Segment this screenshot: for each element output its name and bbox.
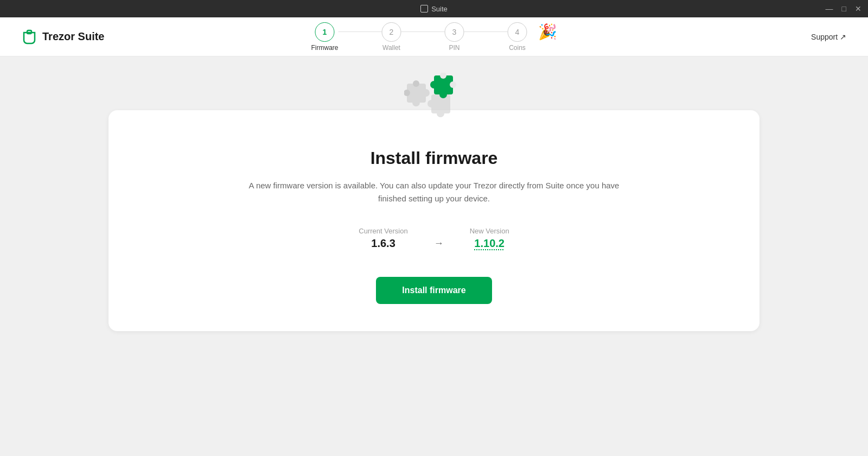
main-content: Install firmware A new firmware version … [0, 56, 868, 456]
new-version-number: 1.10.2 [474, 237, 505, 250]
step-2-circle: 2 [382, 22, 401, 42]
titlebar: Suite — □ ✕ [0, 0, 868, 17]
svg-point-13 [450, 81, 456, 88]
step-1-circle: 1 [315, 22, 335, 42]
step-4-circle: 4 [508, 22, 527, 42]
card-description: A new firmware version is available. You… [244, 179, 624, 205]
logo[interactable]: Trezor Suite [22, 29, 104, 45]
version-comparison: Current Version 1.6.3 → New Version 1.10… [359, 227, 509, 250]
step-3-circle: 3 [445, 22, 464, 42]
step-wallet: 2 Wallet [382, 22, 401, 52]
card-wrapper: Install firmware A new firmware version … [108, 56, 760, 331]
titlebar-icon [420, 5, 428, 12]
install-firmware-card: Install firmware A new firmware version … [108, 110, 760, 331]
step-pin: 3 PIN [445, 22, 464, 52]
titlebar-controls: — □ ✕ [826, 5, 861, 12]
svg-point-7 [427, 100, 435, 107]
minimize-button[interactable]: — [826, 5, 833, 12]
header: Trezor Suite 1 Firmware 2 Wallet 3 PIN [0, 17, 868, 56]
step-1-number: 1 [323, 28, 327, 36]
step-4-label: Coins [509, 44, 526, 52]
support-link[interactable]: Support ↗ [811, 33, 846, 41]
firmware-puzzle-icon [404, 73, 464, 132]
step-connector-2 [401, 31, 445, 32]
step-3-number: 3 [452, 28, 457, 36]
step-coins: 4 Coins [508, 22, 527, 52]
trezor-logo-icon [22, 29, 37, 45]
support-link-text: Support ↗ [811, 33, 846, 41]
step-1-label: Firmware [311, 44, 339, 52]
titlebar-title: Suite [420, 5, 448, 13]
svg-point-3 [412, 99, 420, 106]
logo-text: Trezor Suite [42, 30, 104, 43]
new-version-block: New Version 1.10.2 [470, 227, 509, 250]
new-version-label: New Version [470, 227, 509, 235]
install-firmware-button[interactable]: Install firmware [376, 277, 492, 304]
svg-point-2 [422, 89, 430, 97]
step-2-label: Wallet [382, 44, 400, 52]
titlebar-title-text: Suite [431, 5, 448, 13]
svg-point-10 [430, 81, 438, 88]
current-version-number: 1.6.3 [371, 237, 395, 250]
close-button[interactable]: ✕ [855, 5, 861, 12]
arrow-right-icon: → [434, 238, 444, 249]
current-version-block: Current Version 1.6.3 [359, 227, 407, 250]
step-3-label: PIN [449, 44, 459, 52]
step-connector-3 [464, 31, 508, 32]
current-version-label: Current Version [359, 227, 407, 235]
svg-point-8 [437, 110, 444, 117]
step-4-number: 4 [515, 28, 520, 36]
party-icon: 🎉 [538, 23, 557, 41]
maximize-button[interactable]: □ [842, 5, 846, 12]
svg-point-11 [439, 91, 447, 98]
step-connector-1 [339, 31, 382, 32]
steps-nav: 1 Firmware 2 Wallet 3 PIN 4 Coins [311, 22, 557, 52]
step-2-number: 2 [390, 28, 394, 36]
card-title: Install firmware [371, 148, 498, 168]
svg-point-4 [413, 80, 419, 87]
step-firmware: 1 Firmware [311, 22, 339, 52]
